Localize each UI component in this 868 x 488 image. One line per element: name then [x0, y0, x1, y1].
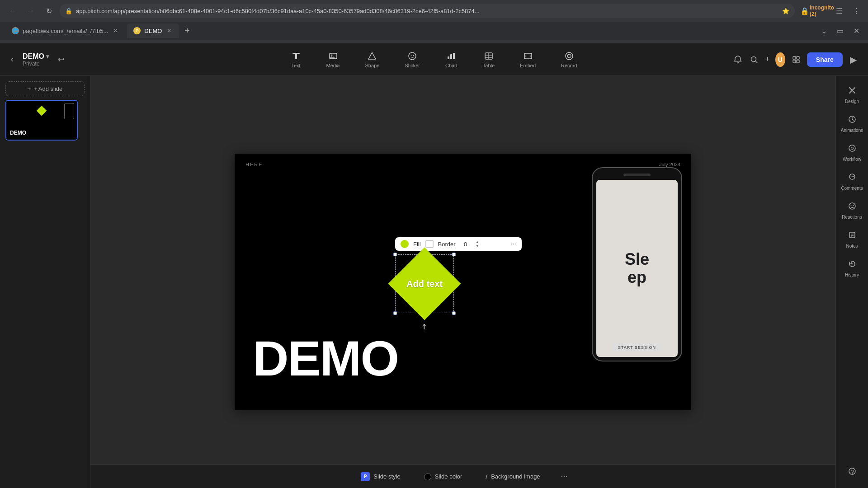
text-tool-icon	[291, 51, 301, 61]
sticker-tool-label: Sticker	[405, 63, 420, 68]
handle-bottom-right[interactable]	[452, 311, 456, 315]
shape-more-button[interactable]: ···	[510, 240, 516, 248]
selected-shape-wrapper[interactable]: Add text ↖	[395, 254, 454, 313]
svg-point-6	[411, 55, 412, 56]
shape-tool-icon	[367, 51, 377, 61]
reactions-label: Reactions	[842, 215, 862, 220]
stepper-up[interactable]: ▲	[476, 240, 479, 244]
right-panel-animations[interactable]: Animations	[838, 110, 867, 137]
svg-point-29	[850, 176, 851, 177]
tab-favicon-1: 🌐	[12, 27, 19, 34]
canvas-area[interactable]: HERE July 2024 Fill Border 0 ▲ ▼	[90, 76, 835, 488]
menu-button[interactable]: ⋮	[850, 5, 863, 17]
tab-close-1[interactable]: ✕	[112, 27, 119, 34]
right-panel-history[interactable]: History	[838, 255, 867, 282]
phone-session-button: START SESSION	[613, 343, 661, 352]
shape-container[interactable]: Fill Border 0 ▲ ▼ ···	[395, 237, 522, 313]
slide-thumbnail-item[interactable]: DEMO	[5, 100, 78, 141]
chart-tool-label: Chart	[445, 63, 458, 68]
svg-point-33	[850, 205, 851, 206]
tool-media[interactable]: Media	[321, 47, 345, 72]
extension-button[interactable]: 🔒	[798, 5, 811, 17]
slide-style-item[interactable]: P Slide style	[356, 469, 405, 484]
right-panel-workflow[interactable]: Workflow	[838, 139, 867, 166]
slide-sidebar: + + Add slide 1 DEMO	[0, 76, 90, 488]
notifications-button[interactable]	[732, 52, 743, 68]
grid-view-button[interactable]	[791, 52, 802, 68]
tool-embed[interactable]: Embed	[514, 47, 541, 72]
back-button[interactable]: ←	[5, 4, 20, 18]
border-color-swatch[interactable]	[425, 240, 434, 248]
slide-canvas: HERE July 2024 Fill Border 0 ▲ ▼	[235, 154, 691, 410]
svg-rect-11	[485, 53, 492, 59]
handle-top-left[interactable]	[393, 253, 397, 256]
tab-close-2[interactable]: ✕	[165, 27, 173, 34]
svg-point-34	[853, 205, 854, 206]
animations-icon	[848, 115, 857, 126]
bookmark-manager-button[interactable]: ☰	[833, 5, 845, 17]
app: ‹ DEMO ▾ Private ↩ Text	[0, 43, 868, 488]
profile-button[interactable]: Incognito (2)	[816, 5, 828, 17]
right-panel: Design Animations Workflow	[835, 76, 868, 488]
tool-table[interactable]: Table	[477, 47, 500, 72]
cursor-icon: ↖	[419, 321, 429, 332]
new-tab-button[interactable]: +	[181, 24, 193, 37]
right-panel-help[interactable]: ?	[838, 462, 867, 483]
help-icon: ?	[848, 467, 857, 478]
tab-minimize[interactable]: ⌄	[817, 24, 830, 37]
add-button[interactable]: +	[765, 55, 770, 64]
play-button[interactable]: ▶	[848, 52, 859, 68]
border-stepper[interactable]: ▲ ▼	[476, 240, 479, 248]
design-label: Design	[845, 99, 859, 104]
shape-toolbar: Fill Border 0 ▲ ▼ ···	[395, 237, 522, 251]
project-name[interactable]: DEMO ▾	[23, 52, 49, 61]
forward-button[interactable]: →	[24, 4, 38, 18]
history-icon	[848, 259, 857, 271]
undo-button[interactable]: ↩	[56, 53, 66, 66]
tab-close-window[interactable]: ✕	[850, 24, 863, 37]
handle-top-right[interactable]	[452, 253, 456, 256]
project-name-area: DEMO ▾ Private	[23, 52, 49, 67]
right-panel-notes[interactable]: Notes	[838, 226, 867, 253]
tool-sticker[interactable]: Sticker	[399, 47, 425, 72]
back-to-projects[interactable]: ‹	[9, 53, 15, 66]
toolbar-right: + U Share ▶	[732, 52, 859, 68]
right-panel-design[interactable]: Design	[838, 81, 867, 108]
fill-label: Fill	[413, 241, 421, 248]
svg-marker-4	[368, 52, 376, 59]
slide-style-badge: P	[361, 472, 370, 481]
slide-thumbnail: DEMO	[5, 100, 78, 141]
workflow-label: Workflow	[843, 157, 861, 162]
user-avatar[interactable]: U	[775, 52, 785, 67]
tool-text[interactable]: Text	[286, 47, 307, 72]
tool-chart[interactable]: Chart	[440, 47, 463, 72]
svg-point-16	[566, 52, 573, 60]
stepper-down[interactable]: ▼	[476, 244, 479, 248]
tab-demo[interactable]: P DEMO ✕	[127, 23, 179, 38]
slide-color-item[interactable]: Slide color	[420, 470, 467, 483]
right-panel-reactions[interactable]: Reactions	[838, 197, 867, 224]
svg-point-3	[331, 54, 332, 56]
svg-point-18	[751, 56, 756, 61]
tool-record[interactable]: Record	[556, 47, 582, 72]
slide-item-wrapper: 1 DEMO	[5, 100, 85, 141]
table-tool-icon	[484, 51, 494, 61]
refresh-button[interactable]: ↻	[42, 4, 56, 18]
share-button[interactable]: Share	[807, 52, 843, 67]
tab-pageflows[interactable]: 🌐 pageflows.com/_/emails/_/7fb5... ✕	[5, 23, 125, 38]
svg-point-31	[853, 176, 854, 177]
handle-bottom-left[interactable]	[393, 311, 397, 315]
bottom-more-button[interactable]: ···	[559, 470, 570, 483]
tool-shape[interactable]: Shape	[360, 47, 385, 72]
fill-color-swatch[interactable]	[401, 240, 409, 248]
background-image-item[interactable]: / Background image	[481, 470, 544, 483]
search-button[interactable]	[749, 52, 760, 68]
add-slide-button[interactable]: + + Add slide	[5, 81, 85, 96]
tab-favicon-2: P	[133, 27, 141, 34]
right-panel-comments[interactable]: Comments	[838, 168, 867, 195]
address-bar[interactable]: 🔒 app.pitch.com/app/presentation/b86dbc6…	[60, 4, 795, 18]
thumb-diamond	[37, 106, 47, 116]
tab-restore[interactable]: ▭	[834, 24, 846, 37]
phone-screen: Sleep START SESSION	[596, 180, 678, 357]
svg-rect-9	[450, 54, 452, 59]
